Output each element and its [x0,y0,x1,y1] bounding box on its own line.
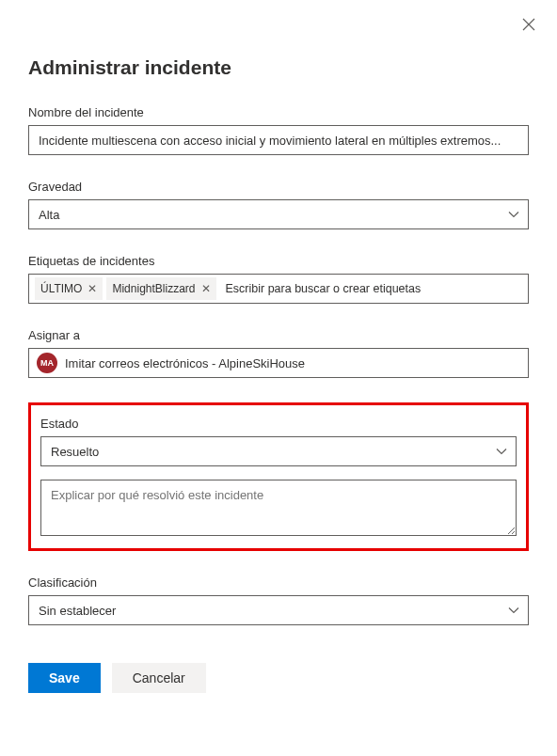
incident-name-input[interactable] [28,125,529,155]
severity-group: Gravedad Alta [28,180,529,229]
tag-remove-button[interactable]: ✕ [88,282,97,295]
severity-select[interactable]: Alta [28,199,529,229]
tags-placeholder: Escribir para buscar o crear etiquetas [226,282,422,295]
save-button[interactable]: Save [28,663,101,693]
classification-label: Clasificación [28,575,529,590]
button-row: Save Cancelar [28,663,529,693]
classification-select[interactable]: Sin establecer [28,595,529,625]
tags-group: Etiquetas de incidentes ÚLTIMO ✕ Midnigh… [28,254,529,304]
dialog-title: Administrar incidente [28,56,529,79]
status-value: Resuelto [51,445,99,459]
avatar: MA [37,353,57,373]
assign-label: Asignar a [28,328,529,342]
status-group: Estado Resuelto [40,417,517,466]
status-select[interactable]: Resuelto [40,436,517,466]
incident-name-label: Nombre del incidente [28,105,529,119]
severity-value: Alta [39,208,59,222]
tag-chip: MidnightBlizzard ✕ [106,277,215,300]
status-label: Estado [40,417,517,431]
assign-value: Imitar correos electrónicos - AlpineSkiH… [65,356,305,370]
status-reason-textarea[interactable] [40,480,517,536]
close-icon [522,18,535,31]
classification-value: Sin establecer [39,604,116,618]
close-button[interactable] [519,15,538,34]
status-highlight-box: Estado Resuelto [28,402,529,551]
classification-group: Clasificación Sin establecer [28,575,529,625]
tag-label: ÚLTIMO [40,282,82,295]
tag-remove-button[interactable]: ✕ [201,282,211,295]
tag-chip: ÚLTIMO ✕ [35,277,103,300]
status-reason-group [40,480,517,539]
assign-input[interactable]: MA Imitar correos electrónicos - AlpineS… [28,348,529,378]
tag-label: MidnightBlizzard [112,282,195,295]
severity-label: Gravedad [28,180,529,194]
assign-group: Asignar a MA Imitar correos electrónicos… [28,328,529,378]
tags-input[interactable]: ÚLTIMO ✕ MidnightBlizzard ✕ Escribir par… [28,274,529,304]
tags-label: Etiquetas de incidentes [28,254,529,268]
cancel-button[interactable]: Cancelar [112,663,206,693]
incident-name-group: Nombre del incidente [28,105,529,155]
